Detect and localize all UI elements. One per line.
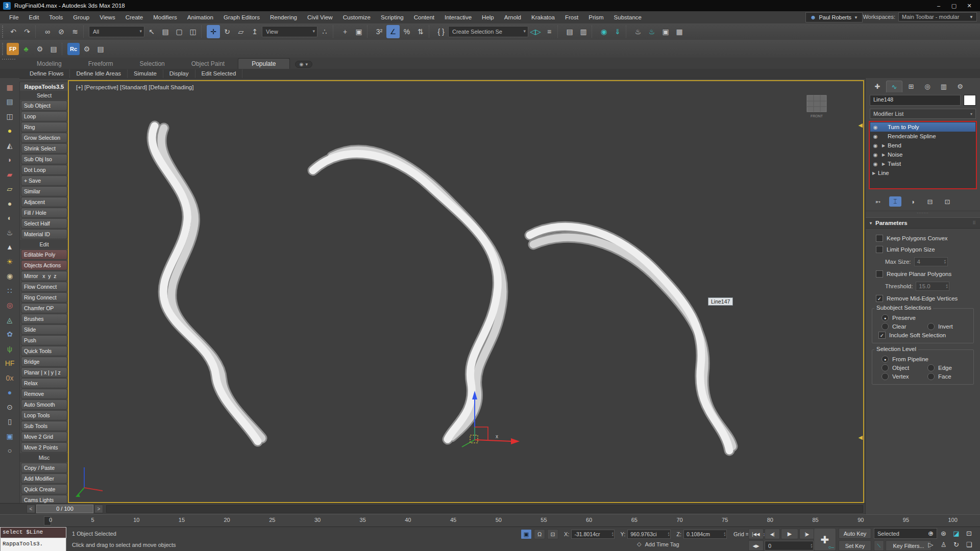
circle-icon[interactable]: ○ [3,445,16,457]
align-icon[interactable]: ≡ [543,25,556,38]
visibility-eye-icon[interactable]: ◉ [871,134,879,139]
face-radio[interactable] [927,373,935,380]
rappa-button[interactable]: Chamfer OP [21,303,67,313]
tab-modeling[interactable]: Modeling [23,59,75,69]
menu-item[interactable]: Content [409,12,439,23]
modifier-stack-row[interactable]: ◉ ▶ Twist [870,159,975,168]
ribbon-button[interactable]: Define Idle Areas [70,69,128,78]
walk-through-icon[interactable]: ♙ [938,539,949,549]
spinner-arrows-icon[interactable] [611,532,613,537]
timeline-ruler[interactable]: 0510152025303540455055606570758085909510… [0,514,980,527]
tab-freeform[interactable]: Freeform [75,59,127,69]
percent-snap-icon[interactable]: % [400,25,413,38]
configure-modifier-sets-icon[interactable]: ⊡ [941,196,953,207]
rappa-button[interactable]: Mirror x y z [21,271,67,281]
orbit-icon[interactable]: ↻ [950,539,962,549]
zoom-icon[interactable]: ⊕ [925,528,937,538]
rappa-button[interactable]: Select Half [21,218,67,229]
rappa-button[interactable]: Flow Connect [21,282,67,292]
curve-editor-icon[interactable]: ◉ [597,25,610,38]
zoom-extents-all-icon[interactable]: ⊡ [963,528,975,538]
modifier-stack-row[interactable]: ◉ Renderable Spline [870,132,975,141]
threshold-spinner[interactable]: 15.0 [916,282,949,291]
rappa-button[interactable]: Sub Tools [21,421,67,431]
close-button[interactable]: ✕ [962,1,977,11]
notepad-icon[interactable]: ▱ [3,183,16,195]
rappa-button[interactable]: Move 2 Grid [21,432,67,442]
bind-to-space-warp-icon[interactable]: ≋ [68,25,82,38]
snaps-toggle-icon[interactable]: 3² [373,25,386,38]
tab-hierarchy[interactable]: ⊞ [903,81,919,92]
select-object-icon[interactable]: ↖ [145,25,158,38]
include-soft-selection-checkbox[interactable]: ✓ [878,332,886,339]
expand-arrow-icon[interactable]: ▶ [881,143,886,148]
sphere-icon[interactable]: ● [3,197,16,209]
auto-key-button[interactable]: Auto Key [839,528,871,539]
menu-item[interactable]: Scripting [376,12,409,23]
invert-radio[interactable] [927,323,935,330]
from-pipeline-radio[interactable]: ● [881,356,889,363]
menu-item[interactable]: Krakatoa [526,12,560,23]
viewcube-face-label[interactable]: FRONT [811,114,823,118]
render-production-icon[interactable]: ▦ [673,25,686,38]
vertex-radio[interactable] [881,373,889,380]
window-crossing-icon[interactable]: ◫ [186,25,200,38]
tab-modify[interactable]: ∿ [886,81,902,92]
make-unique-icon[interactable]: ◑ [906,196,919,207]
sun-icon[interactable]: ☀ [3,256,16,267]
named-selection-sets-icon[interactable]: { } [434,25,448,38]
select-and-rotate-icon[interactable]: ↻ [220,25,234,38]
preserve-radio[interactable]: ● [881,314,889,321]
toolbar-drag-handle[interactable] [2,26,6,38]
rappa-button[interactable]: Objects Actions [21,260,67,270]
visibility-eye-icon[interactable]: ◉ [871,161,879,167]
workspace-dropdown[interactable]: Main Toolbar - modular ▼ [898,12,977,21]
maximize-button[interactable]: ▢ [946,1,962,11]
rappa-button[interactable]: Material ID [21,229,67,239]
rappa-button[interactable]: Loop [21,111,67,121]
pin-stack-icon[interactable]: ➳ [872,196,884,207]
spinner-arrows-icon[interactable] [668,532,669,537]
menu-item[interactable]: Interactive [439,12,477,23]
minimize-button[interactable]: – [931,1,946,11]
zoom-all-icon[interactable]: ⊛ [938,528,949,538]
tab-populate[interactable]: Populate [238,58,289,69]
menu-item[interactable]: Customize [338,12,376,23]
rappa-button[interactable]: Quick Tools [21,346,67,356]
menu-item[interactable]: Civil View [302,12,338,23]
rappa-button[interactable]: Shrink Select [21,143,67,154]
spinner-arrows-icon[interactable] [724,532,725,537]
time-slider-prev-button[interactable]: < [27,505,35,513]
railclone-wrench-icon[interactable]: ⚙ [80,42,93,56]
menu-item[interactable]: Rendering [265,12,302,23]
tab-object-paint[interactable]: Object Paint [178,59,238,69]
forest-pack-icon[interactable]: FP [7,43,19,55]
layer-explorer-icon[interactable]: ▥ [577,25,590,38]
rappa-button[interactable]: Grow Selection [21,133,67,143]
menu-item[interactable]: Animation [182,12,218,23]
rope-object-3[interactable] [530,227,732,450]
expand-arrow-icon[interactable]: ▶ [881,153,886,157]
visibility-eye-icon[interactable]: ◉ [871,124,879,130]
user-account-menu[interactable]: ☻ Paul Roberts ▼ [805,12,863,22]
current-frame-field[interactable]: 0 [765,541,814,550]
scene-explorer-icon[interactable]: ▤ [563,25,576,38]
forest-list-icon[interactable]: ▤ [47,42,60,56]
rappa-button[interactable]: Sub Object [21,101,67,111]
spheres-icon[interactable]: ◎ [3,299,16,311]
redo-icon[interactable]: ↷ [20,25,34,38]
blue-sphere-icon[interactable]: ● [3,387,16,398]
mirror-icon[interactable]: ◁▷ [529,25,542,38]
rappa-button[interactable]: Adjacent [21,197,67,207]
cone-icon[interactable]: ▲ [3,241,16,253]
rappa-button[interactable]: Move 2 Points [21,442,67,453]
x-coordinate-field[interactable]: -31.8014cr [571,530,615,539]
menu-item[interactable]: Substance [609,12,647,23]
ribbon-button[interactable]: Edit Selected [195,69,243,78]
listener-line[interactable]: RappaTools3. [0,538,66,551]
menu-item[interactable]: Group [68,12,94,23]
viewport-label[interactable]: [+] [Perspective] [Standard] [Default Sh… [76,84,193,90]
clipboard-icon[interactable]: ▯ [3,416,16,428]
tab-create[interactable]: ✚ [870,81,885,92]
rappa-button[interactable]: Dot Loop [21,165,67,175]
